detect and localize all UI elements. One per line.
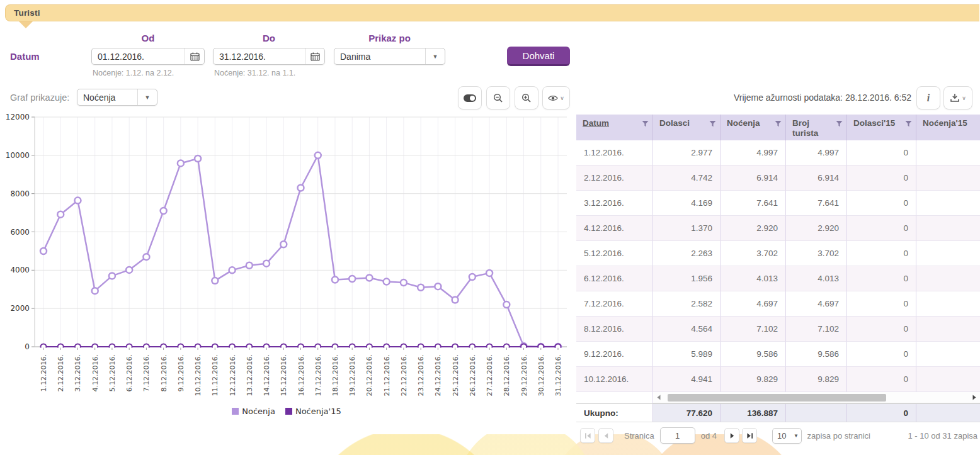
svg-text:11.12.2016.: 11.12.2016.: [211, 354, 219, 396]
svg-text:28.12.2016.: 28.12.2016.: [503, 354, 511, 396]
do-label: Do: [213, 33, 325, 43]
table-cell: [916, 241, 980, 266]
first-page-icon: [584, 432, 591, 439]
column-header-label: Broj turista: [792, 118, 818, 138]
table-cell: 4.169: [653, 191, 721, 216]
svg-text:19.12.2016.: 19.12.2016.: [348, 354, 356, 396]
table-row[interactable]: 5.12.2016.2.2633.7023.7020: [576, 241, 980, 266]
table-cell: [916, 140, 980, 166]
info-button[interactable]: i: [916, 86, 940, 110]
scrollbar-track[interactable]: [663, 394, 971, 402]
table-cell: 4.013: [786, 266, 847, 291]
column-header-datum[interactable]: Datum: [576, 115, 653, 140]
data-point: [109, 272, 115, 279]
series-visibility-button[interactable]: ∨: [542, 86, 570, 110]
svg-text:0: 0: [25, 342, 30, 351]
date-from-hint: Noćenje: 1.12. na 2.12.: [93, 69, 174, 77]
table-cell: 1.956: [653, 266, 721, 291]
table-cell: 7.641: [721, 191, 786, 216]
table-row[interactable]: 2.12.2016.4.7426.9146.9140: [576, 166, 980, 191]
filter-icon[interactable]: [836, 120, 843, 127]
column-header-col4[interactable]: Dolasci'15: [847, 115, 916, 140]
graf-prikazuje-label: Graf prikazuje:: [10, 93, 69, 103]
date-from-calendar-button[interactable]: [185, 48, 204, 64]
table-row[interactable]: 1.12.2016.2.9774.9974.9970: [576, 140, 980, 166]
table-cell: 0: [847, 216, 916, 241]
data-point: [212, 278, 218, 284]
filter-icon[interactable]: [905, 120, 912, 127]
prikaz-po-select[interactable]: Danima ▼: [334, 48, 445, 65]
dohvati-button[interactable]: Dohvati: [507, 47, 570, 66]
column-header-label: Noćenja: [727, 118, 760, 128]
table-cell: 9.12.2016.: [576, 342, 653, 367]
data-point: [418, 284, 424, 291]
table-cell: 4.742: [653, 166, 721, 191]
legend-swatch-icon: [285, 408, 292, 415]
data-table: DatumDolasciNoćenjaBroj turistaDolasci'1…: [576, 115, 980, 422]
filter-icon[interactable]: [775, 120, 782, 127]
column-header-col2[interactable]: Noćenja: [721, 115, 786, 140]
date-to-calendar-button[interactable]: [305, 48, 324, 64]
date-from-input[interactable]: 01.12.2016.: [91, 48, 205, 65]
prev-page-icon: [603, 432, 610, 439]
horizontal-scrollbar[interactable]: [653, 392, 980, 403]
table-cell: 3.12.2016.: [576, 191, 653, 216]
last-page-button[interactable]: [742, 428, 757, 443]
table-cell: 2.977: [653, 140, 721, 166]
data-point: [161, 208, 167, 214]
table-row[interactable]: 4.12.2016.1.3702.9202.9200: [576, 216, 980, 241]
download-button[interactable]: ∨: [943, 86, 972, 110]
table-row[interactable]: 3.12.2016.4.1697.6417.6410: [576, 191, 980, 216]
graf-prikazuje-value: Noćenja: [77, 93, 137, 103]
column-header-label: Noćenja'15: [923, 118, 967, 128]
data-point: [366, 275, 372, 281]
table-row[interactable]: 7.12.2016.2.5824.6974.6970: [576, 291, 980, 317]
legend-item[interactable]: Noćenja'15: [285, 407, 341, 416]
filter-icon[interactable]: [709, 120, 716, 127]
table-cell: 4.697: [786, 291, 847, 317]
data-point: [315, 152, 321, 159]
legend-label: Noćenja'15: [295, 407, 341, 416]
next-page-button[interactable]: [724, 428, 739, 443]
column-header-col5[interactable]: Noćenja'15: [916, 115, 980, 140]
column-header-col1[interactable]: Dolasci: [653, 115, 721, 140]
data-point: [298, 185, 304, 191]
last-page-icon: [746, 432, 753, 439]
svg-text:26.12.2016.: 26.12.2016.: [469, 354, 477, 396]
table-row[interactable]: 9.12.2016.5.9899.5869.5860: [576, 342, 980, 367]
page-input[interactable]: [660, 427, 695, 444]
table-row[interactable]: 10.12.2016.4.9419.8299.8290: [576, 367, 980, 392]
datum-label: Datum: [10, 51, 40, 62]
table-cell: 3.702: [786, 241, 847, 266]
data-point: [126, 267, 132, 273]
svg-text:23.12.2016.: 23.12.2016.: [417, 354, 425, 396]
table-cell: 6.12.2016.: [576, 266, 653, 291]
graf-prikazuje-select[interactable]: Noćenja ▼: [77, 89, 157, 106]
date-to-input[interactable]: 31.12.2016.: [213, 48, 325, 65]
zoom-in-button[interactable]: [515, 86, 538, 110]
table-cell: 0: [847, 317, 916, 342]
scroll-right-icon[interactable]: [971, 395, 978, 400]
scroll-left-icon[interactable]: [655, 395, 663, 400]
legend-item[interactable]: Noćenja: [232, 407, 275, 416]
table-cell: 10.12.2016.: [576, 367, 653, 392]
legend-label: Noćenja: [242, 407, 275, 416]
data-point: [246, 262, 253, 269]
tab-turisti[interactable]: Turisti: [5, 4, 979, 21]
table-row[interactable]: 6.12.2016.1.9564.0134.0130: [576, 266, 980, 291]
zoom-out-button[interactable]: [486, 86, 510, 110]
chart-toggle-button[interactable]: [458, 86, 482, 110]
column-header-col3[interactable]: Broj turista: [786, 115, 847, 140]
table-row[interactable]: 8.12.2016.4.5647.1027.1020: [576, 317, 980, 342]
scrollbar-thumb[interactable]: [668, 394, 886, 402]
data-updated-text: Vrijeme ažurnosti podataka: 28.12.2016. …: [661, 93, 911, 103]
table-cell: 0: [847, 367, 916, 392]
filter-icon[interactable]: [642, 120, 649, 127]
table-cell: [916, 367, 980, 392]
table-cell: 2.263: [653, 241, 721, 266]
date-from-value: 01.12.2016.: [92, 52, 185, 62]
app-screen: Turisti Od Do Prikaz po Datum 01.12.2016…: [0, 0, 980, 455]
table-cell: 0: [847, 342, 916, 367]
page-size-select[interactable]: 10 ▼: [772, 428, 802, 444]
data-point: [435, 283, 441, 289]
